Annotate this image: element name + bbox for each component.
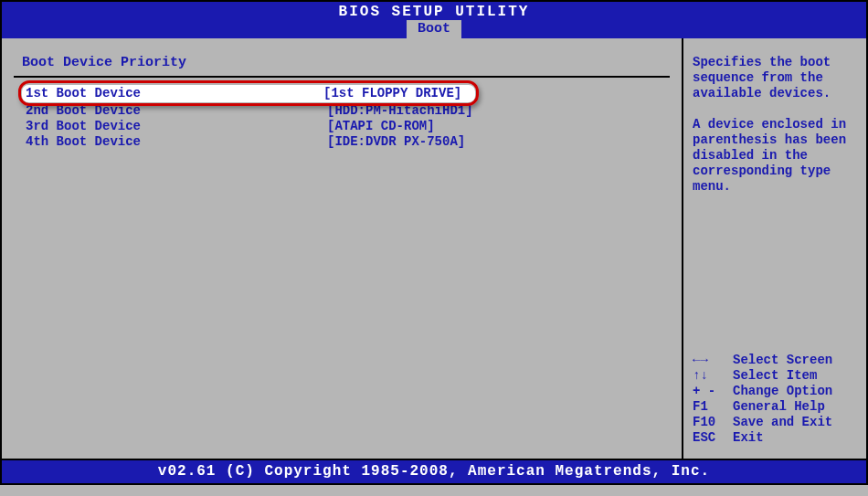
boot-device-4-value: [IDE:DVDR PX-750A]: [327, 134, 465, 150]
boot-device-1[interactable]: 1st Boot Device [1st FLOPPY DRIVE]: [22, 85, 475, 102]
footer-bar: v02.61 (C) Copyright 1985-2008, American…: [0, 460, 868, 485]
boot-device-4[interactable]: 4th Boot Device [IDE:DVDR PX-750A]: [9, 134, 674, 150]
boot-device-2-value: [HDD:PM-HitachiHD1]: [327, 103, 473, 119]
title-bar: BIOS SETUP UTILITY: [0, 0, 868, 20]
key-legend: ←→ Select Screen ↑↓ Select Item + - Chan…: [693, 353, 857, 451]
left-panel: Boot Device Priority 1st Boot Device [1s…: [2, 38, 683, 459]
key-exit: ESC Exit: [693, 430, 857, 446]
boot-device-2-label: 2nd Boot Device: [26, 103, 327, 119]
key-plus-minus: + -: [693, 384, 733, 399]
help-text: Specifies the boot sequence from the ava…: [693, 55, 857, 195]
tab-bar: Boot: [0, 20, 868, 38]
tab-boot[interactable]: Boot: [407, 20, 461, 38]
boot-device-2[interactable]: 2nd Boot Device [HDD:PM-HitachiHD1]: [9, 103, 674, 119]
help-line-1: Specifies the boot sequence from the ava…: [693, 55, 857, 101]
boot-device-3-value: [ATAPI CD-ROM]: [327, 119, 435, 134]
key-select-item-label: Select Item: [733, 368, 817, 384]
utility-title: BIOS SETUP UTILITY: [339, 4, 530, 20]
footer-text: v02.61 (C) Copyright 1985-2008, American…: [158, 463, 710, 480]
main-area: Boot Device Priority 1st Boot Device [1s…: [0, 38, 868, 460]
boot-device-list: 1st Boot Device [1st FLOPPY DRIVE] 2nd B…: [9, 85, 674, 150]
key-change-option: + - Change Option: [693, 384, 857, 399]
key-change-option-label: Change Option: [733, 384, 832, 399]
boot-device-3-label: 3rd Boot Device: [26, 119, 327, 134]
boot-device-1-label: 1st Boot Device: [26, 86, 323, 101]
key-general-help-label: General Help: [733, 399, 825, 415]
key-arrows-ud-icon: ↑↓: [693, 368, 733, 384]
section-title: Boot Device Priority: [22, 55, 674, 70]
key-select-screen: ←→ Select Screen: [693, 353, 857, 368]
key-f1: F1: [693, 399, 733, 415]
key-esc: ESC: [693, 430, 733, 446]
key-arrows-lr-icon: ←→: [693, 353, 733, 368]
key-save-exit-label: Save and Exit: [733, 415, 832, 430]
key-select-item: ↑↓ Select Item: [693, 368, 857, 384]
boot-device-3[interactable]: 3rd Boot Device [ATAPI CD-ROM]: [9, 119, 674, 134]
key-select-screen-label: Select Screen: [733, 353, 832, 368]
key-f10: F10: [693, 415, 733, 430]
boot-device-4-label: 4th Boot Device: [26, 134, 327, 150]
divider: [14, 76, 670, 78]
key-exit-label: Exit: [733, 430, 764, 446]
help-line-2: A device enclosed in parenthesis has bee…: [693, 117, 857, 195]
key-general-help: F1 General Help: [693, 399, 857, 415]
boot-device-1-value: [1st FLOPPY DRIVE]: [323, 86, 461, 101]
key-save-exit: F10 Save and Exit: [693, 415, 857, 430]
bios-screen: BIOS SETUP UTILITY Boot Boot Device Prio…: [0, 0, 868, 496]
help-panel: Specifies the boot sequence from the ava…: [683, 38, 866, 459]
